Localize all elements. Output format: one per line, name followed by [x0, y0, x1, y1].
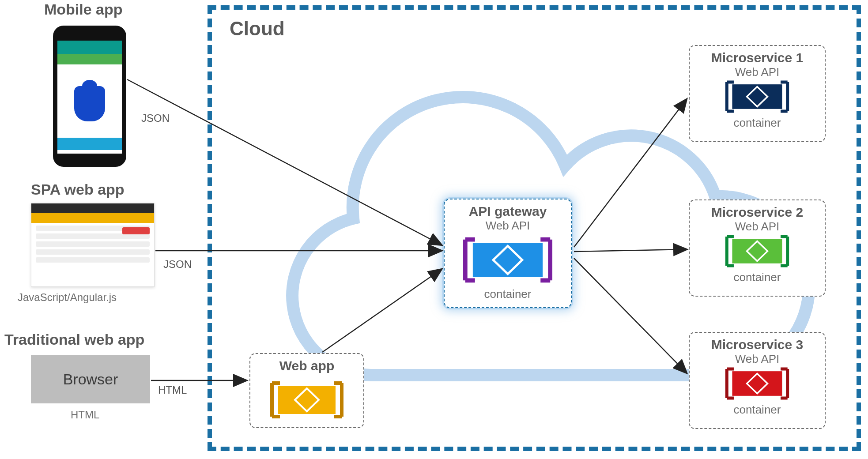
arrow-gateway-to-ms3 — [574, 258, 687, 373]
arrow-gateway-to-ms2 — [574, 249, 687, 252]
arrows — [0, 0, 868, 459]
arrow-gateway-to-ms1 — [574, 99, 687, 247]
arrow-mobile-to-gateway — [127, 79, 442, 245]
arrow-webapp-to-gateway — [322, 269, 442, 352]
